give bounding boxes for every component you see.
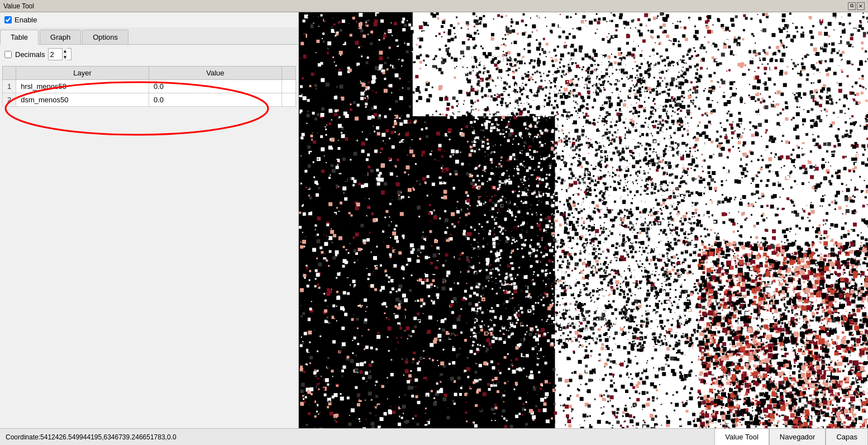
col-header-extra — [282, 67, 295, 80]
map-area[interactable] — [299, 12, 868, 428]
col-header-value: Value — [149, 67, 282, 80]
tab-graph[interactable]: Graph — [40, 30, 81, 44]
decimals-row: Decimals 2 ▲ ▼ — [0, 45, 298, 64]
tab-table[interactable]: Table — [0, 30, 39, 45]
table-wrapper: Layer Value 1 hrsl_menos50 0.0 — [2, 66, 296, 107]
tab-options[interactable]: Options — [82, 30, 128, 44]
col-header-layer: Layer — [16, 67, 149, 80]
tabs-row: Table Graph Options — [0, 27, 298, 45]
decimals-spinbox: 2 ▲ ▼ — [48, 48, 71, 60]
layer-name-1: hrsl_menos50 — [16, 80, 149, 93]
data-table: Layer Value 1 hrsl_menos50 0.0 — [2, 66, 296, 107]
layer-name-2: dsm_menos50 — [16, 93, 149, 107]
table-row: 2 dsm_menos50 0.0 — [3, 93, 296, 107]
row-num-1: 1 — [3, 80, 16, 93]
main-layout: Enable Table Graph Options Decimals 2 ▲ … — [0, 12, 868, 428]
close-button[interactable]: ✕ — [857, 2, 865, 10]
enable-row: Enable — [0, 12, 298, 27]
window-title: Value Tool — [3, 2, 34, 10]
row-num-2: 2 — [3, 93, 16, 107]
map-canvas[interactable] — [299, 12, 868, 428]
spin-up-button[interactable]: ▲ — [63, 48, 67, 54]
bottom-tab-value-tool[interactable]: Value Tool — [714, 429, 769, 445]
value-1: 0.0 — [149, 80, 282, 93]
enable-label: Enable — [15, 16, 37, 24]
table-container: Layer Value 1 hrsl_menos50 0.0 — [0, 64, 298, 428]
coordinate-display: Coordinate:5412426.549944195,6346739.246… — [0, 433, 714, 441]
decimals-input[interactable]: 2 — [49, 50, 62, 59]
bottom-tab-navegador[interactable]: Navegador — [769, 429, 826, 445]
spin-buttons: ▲ ▼ — [62, 48, 67, 60]
decimals-label: Decimals — [15, 50, 45, 59]
restore-button[interactable]: ⧉ — [848, 2, 856, 10]
status-bar: Coordinate:5412426.549944195,6346739.246… — [0, 428, 868, 445]
window-controls: ⧉ ✕ — [848, 2, 865, 10]
left-panel: Enable Table Graph Options Decimals 2 ▲ … — [0, 12, 299, 428]
spin-down-button[interactable]: ▼ — [63, 54, 67, 60]
table-row: 1 hrsl_menos50 0.0 — [3, 80, 296, 93]
col-header-row — [3, 67, 16, 80]
enable-checkbox[interactable] — [4, 16, 12, 23]
title-bar: Value Tool ⧉ ✕ — [0, 0, 868, 12]
extra-1 — [282, 80, 295, 93]
decimals-checkbox[interactable] — [4, 51, 12, 58]
extra-2 — [282, 93, 295, 107]
value-2: 0.0 — [149, 93, 282, 107]
bottom-tabs: Value Tool Navegador Capas — [714, 429, 868, 445]
bottom-tab-capas[interactable]: Capas — [826, 429, 868, 445]
